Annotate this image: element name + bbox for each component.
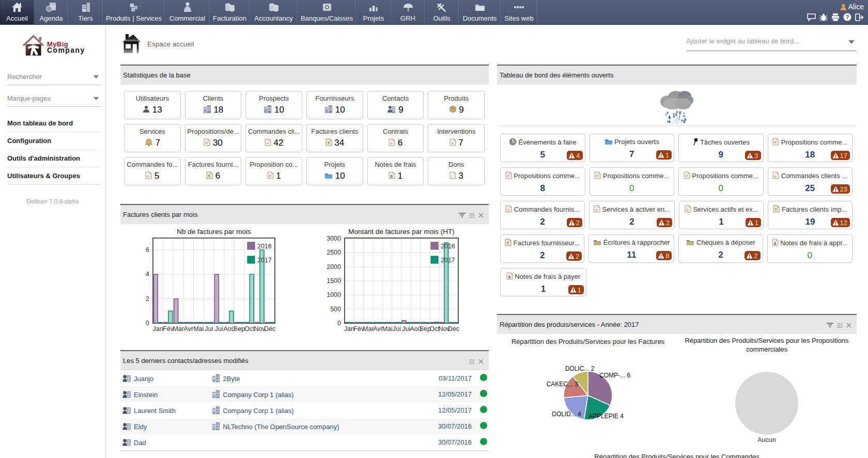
svg-text:Déc: Déc: [448, 325, 459, 333]
svg-text:2500: 2500: [327, 249, 341, 256]
svg-text:Avr: Avr: [373, 325, 383, 333]
svg-text:Company: Company: [47, 46, 85, 54]
svg-text:Jan: Jan: [153, 325, 163, 333]
svg-text:4: 4: [146, 271, 149, 278]
svg-text:€: €: [328, 141, 330, 145]
svg-text:P: P: [774, 141, 777, 144]
svg-text:commerciales: commerciales: [746, 345, 788, 353]
svg-text:500: 500: [330, 306, 341, 313]
svg-text:Déc: Déc: [264, 325, 275, 333]
svg-text:€: €: [208, 174, 210, 178]
svg-text:?: ?: [846, 14, 849, 20]
svg-text:Nb de factures par mois: Nb de factures par mois: [177, 228, 251, 235]
svg-text:DOLID... 4: DOLID... 4: [552, 410, 581, 418]
svg-text:6: 6: [146, 246, 149, 254]
svg-text:Répartition des Produits/Servi: Répartition des Produits/Services pour l…: [512, 338, 665, 345]
svg-text:P: P: [596, 175, 598, 178]
svg-text:€: €: [507, 241, 509, 245]
svg-text:Aucun: Aucun: [757, 436, 776, 444]
svg-text:DOLIC... 2: DOLIC... 2: [565, 365, 595, 372]
svg-text:P: P: [686, 175, 688, 178]
svg-text:Répartition des Produits/Servi: Répartition des Produits/Services pour l…: [685, 337, 849, 344]
svg-text:Mar: Mar: [363, 325, 374, 333]
svg-text:Mai: Mai: [382, 325, 392, 333]
svg-text:Oct: Oct: [244, 325, 255, 333]
svg-text:1500: 1500: [327, 277, 341, 285]
svg-text:0: 0: [146, 320, 149, 327]
svg-text:Montant de factures par mois (: Montant de factures par mois (HT): [348, 228, 455, 235]
svg-text:Mar: Mar: [173, 325, 184, 333]
svg-text:Répartition des Produits/Servi: Répartition des Produits/Services pour l…: [594, 453, 760, 458]
svg-text:Avr: Avr: [184, 325, 194, 333]
svg-text:Jui: Jui: [215, 325, 223, 333]
svg-text:P: P: [507, 175, 509, 178]
svg-text:2016: 2016: [257, 243, 272, 250]
svg-text:2: 2: [146, 295, 149, 303]
svg-text:2017: 2017: [257, 257, 272, 264]
svg-text:2016: 2016: [441, 243, 455, 250]
svg-text:2000: 2000: [327, 263, 341, 271]
svg-text:2017: 2017: [441, 257, 455, 264]
svg-text:Fév: Fév: [163, 325, 174, 333]
svg-text:P: P: [269, 175, 271, 178]
svg-text:APPLEPIE 4: APPLEPIE 4: [588, 413, 624, 420]
svg-text:Sep: Sep: [234, 325, 245, 333]
svg-text:0: 0: [337, 320, 341, 327]
svg-text:1000: 1000: [327, 291, 341, 298]
svg-text:3000: 3000: [327, 235, 341, 242]
svg-text:€: €: [775, 208, 777, 211]
svg-text:P: P: [206, 141, 208, 145]
svg-text:Jui: Jui: [402, 325, 410, 333]
svg-text:Jui: Jui: [393, 325, 401, 333]
svg-text:Mai: Mai: [193, 325, 204, 333]
svg-text:COMP-... 6: COMP-... 6: [599, 372, 630, 379]
svg-text:Jui: Jui: [205, 325, 213, 333]
svg-text:CAKEC... 3: CAKEC... 3: [547, 381, 579, 388]
